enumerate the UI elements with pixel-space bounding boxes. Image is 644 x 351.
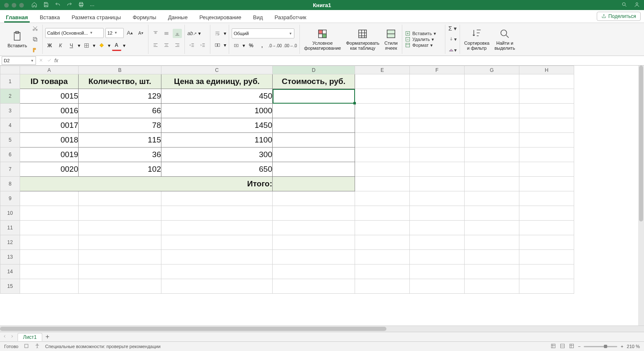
col-header-B[interactable]: B [79, 66, 161, 74]
cell-G9[interactable] [465, 191, 519, 206]
cell-A4[interactable]: 0017 [20, 118, 79, 133]
cell-F12[interactable] [410, 235, 465, 250]
cell-F10[interactable] [410, 206, 465, 221]
wrap-text-icon[interactable] [213, 29, 222, 38]
autosum-icon[interactable]: Σ ▾ [448, 24, 457, 33]
cell-A13[interactable] [20, 250, 79, 265]
zoom-value[interactable]: 210 % [627, 344, 640, 349]
cell-C6[interactable]: 300 [161, 148, 273, 162]
decrease-decimal-icon[interactable]: .00→.0 [284, 41, 297, 50]
italic-button[interactable]: К [56, 41, 65, 50]
cell-G11[interactable] [465, 221, 519, 235]
select-all-corner[interactable] [0, 66, 20, 74]
cell-A12[interactable] [20, 235, 79, 250]
cell-G7[interactable] [465, 162, 519, 177]
cut-icon[interactable] [31, 24, 40, 33]
save-icon[interactable] [43, 2, 49, 9]
fill-color-icon[interactable] [97, 41, 106, 50]
find-select-button[interactable]: Найти и выделить [493, 27, 516, 51]
cell-B3[interactable]: 66 [79, 104, 161, 118]
cell-D4[interactable] [273, 118, 355, 133]
cell-D1[interactable]: Стоимость, руб. [273, 74, 355, 89]
cell-D5[interactable] [273, 133, 355, 148]
align-center-icon[interactable] [162, 41, 171, 50]
cell-B8[interactable] [79, 177, 161, 191]
fill-icon[interactable]: ▾ [448, 35, 457, 44]
paste-button[interactable]: Вставить [6, 30, 29, 49]
col-header-E[interactable]: E [355, 66, 410, 74]
cell-B2[interactable]: 129 [79, 89, 161, 104]
spreadsheet-grid[interactable]: ABCDEFGH1ID товараКоличество, шт.Цена за… [0, 66, 574, 294]
cell-C13[interactable] [161, 250, 273, 265]
cell-G10[interactable] [465, 206, 519, 221]
search-icon[interactable] [621, 2, 627, 9]
col-header-D[interactable]: D [273, 66, 355, 74]
sheet-next-icon[interactable] [10, 334, 14, 340]
row-header-6[interactable]: 6 [0, 148, 20, 162]
align-bottom-icon[interactable] [173, 29, 182, 38]
cell-E8[interactable] [355, 177, 410, 191]
decrease-indent-icon[interactable] [187, 41, 197, 50]
align-middle-icon[interactable] [162, 29, 171, 38]
view-normal-icon[interactable] [550, 343, 556, 350]
cell-E11[interactable] [355, 221, 410, 235]
border-dd[interactable]: ▾ [93, 43, 95, 48]
cell-B11[interactable] [79, 221, 161, 235]
cell-E7[interactable] [355, 162, 410, 177]
row-header-3[interactable]: 3 [0, 104, 20, 118]
row-header-10[interactable]: 10 [0, 206, 20, 221]
undo-icon[interactable] [55, 2, 61, 9]
delete-cells-button[interactable]: Удалить▾ [405, 36, 442, 42]
cell-F11[interactable] [410, 221, 465, 235]
more-icon[interactable]: ··· [90, 2, 95, 8]
sheet-prev-icon[interactable] [3, 334, 7, 340]
cell-C15[interactable] [161, 279, 273, 294]
cell-H15[interactable] [519, 279, 574, 294]
increase-font-icon[interactable]: A▴ [125, 28, 135, 38]
zoom-in-icon[interactable]: + [621, 344, 623, 349]
cell-C8[interactable]: Итого: [161, 177, 273, 191]
increase-indent-icon[interactable] [198, 41, 207, 50]
merge-icon[interactable] [213, 41, 222, 50]
row-header-1[interactable]: 1 [0, 74, 20, 89]
horizontal-scrollbar[interactable] [0, 326, 644, 332]
cell-H9[interactable] [519, 191, 574, 206]
confirm-formula-icon[interactable] [47, 58, 52, 64]
cell-B14[interactable] [79, 265, 161, 279]
cell-H1[interactable] [519, 74, 574, 89]
account-icon[interactable] [634, 2, 640, 9]
cell-G8[interactable] [465, 177, 519, 191]
cell-H11[interactable] [519, 221, 574, 235]
fill-dd[interactable]: ▾ [108, 43, 110, 48]
sheet-tab-1[interactable]: Лист1 [18, 333, 42, 341]
cell-C14[interactable] [161, 265, 273, 279]
border-icon[interactable] [82, 41, 91, 50]
cell-G2[interactable] [465, 89, 519, 104]
row-header-9[interactable]: 9 [0, 191, 20, 206]
wrap-dd[interactable]: ▾ [224, 31, 226, 36]
font-size-select[interactable]: 12▼ [105, 28, 124, 38]
conditional-formatting-button[interactable]: Условное форматирование [302, 27, 342, 51]
fx-label[interactable]: fx [54, 58, 58, 64]
number-format-select[interactable]: Общий▼ [232, 28, 294, 38]
cell-C10[interactable] [161, 206, 273, 221]
view-page-break-icon[interactable] [569, 343, 575, 350]
view-page-layout-icon[interactable] [560, 343, 565, 350]
increase-decimal-icon[interactable]: .0→.00 [268, 41, 282, 50]
cell-H14[interactable] [519, 265, 574, 279]
cell-G13[interactable] [465, 250, 519, 265]
cell-A6[interactable]: 0019 [20, 148, 79, 162]
macro-record-icon[interactable] [23, 343, 29, 350]
row-header-5[interactable]: 5 [0, 133, 20, 148]
cell-B1[interactable]: Количество, шт. [79, 74, 161, 89]
cell-F15[interactable] [410, 279, 465, 294]
cell-F5[interactable] [410, 133, 465, 148]
row-header-8[interactable]: 8 [0, 177, 20, 191]
cell-H3[interactable] [519, 104, 574, 118]
bold-button[interactable]: Ж [45, 41, 54, 50]
format-as-table-button[interactable]: Форматировать как таблицу [344, 27, 381, 51]
cell-F1[interactable] [410, 74, 465, 89]
row-header-4[interactable]: 4 [0, 118, 20, 133]
zoom-slider[interactable] [584, 346, 617, 347]
cell-C4[interactable]: 1450 [161, 118, 273, 133]
